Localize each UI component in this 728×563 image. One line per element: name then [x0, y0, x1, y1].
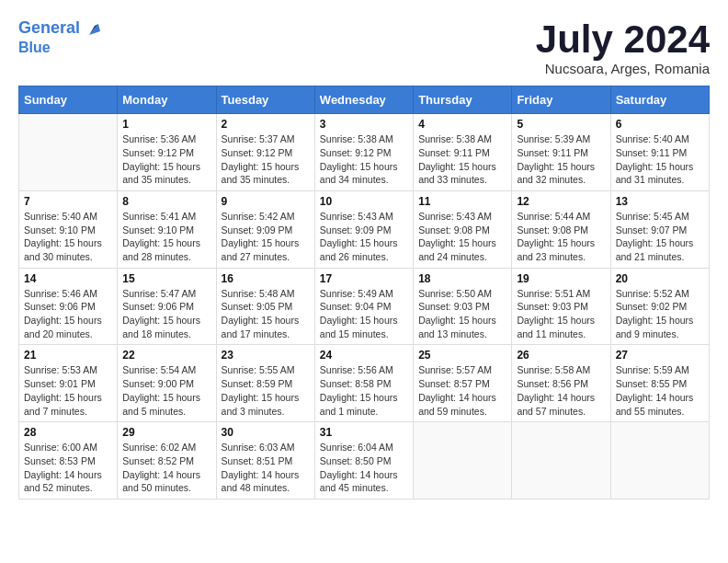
day-number: 16 [222, 272, 310, 285]
day-number: 18 [418, 272, 506, 285]
week-row-4: 21Sunrise: 5:53 AMSunset: 9:01 PMDayligh… [19, 345, 710, 422]
day-number: 27 [616, 349, 704, 362]
day-cell: 28Sunrise: 6:00 AMSunset: 8:53 PMDayligh… [19, 422, 118, 500]
day-cell: 17Sunrise: 5:49 AMSunset: 9:04 PMDayligh… [314, 268, 413, 345]
day-number: 24 [320, 349, 408, 362]
day-cell: 12Sunrise: 5:44 AMSunset: 9:08 PMDayligh… [512, 190, 610, 268]
day-number: 14 [24, 272, 112, 285]
day-cell: 26Sunrise: 5:58 AMSunset: 8:56 PMDayligh… [512, 345, 610, 422]
day-info: Sunrise: 5:54 AMSunset: 9:00 PMDaylight:… [122, 363, 210, 418]
day-info: Sunrise: 5:40 AMSunset: 9:11 PMDaylight:… [616, 132, 704, 187]
day-number: 5 [517, 118, 605, 131]
day-cell: 24Sunrise: 5:56 AMSunset: 8:58 PMDayligh… [314, 345, 413, 422]
day-info: Sunrise: 5:53 AMSunset: 9:01 PMDaylight:… [24, 363, 112, 418]
day-cell: 10Sunrise: 5:43 AMSunset: 9:09 PMDayligh… [314, 190, 413, 268]
day-number: 2 [222, 118, 310, 131]
header-sunday: Sunday [19, 86, 118, 114]
header-thursday: Thursday [414, 86, 512, 114]
day-info: Sunrise: 5:40 AMSunset: 9:10 PMDaylight:… [24, 210, 112, 264]
day-cell [610, 422, 709, 500]
header-friday: Friday [512, 86, 610, 114]
day-info: Sunrise: 5:55 AMSunset: 8:59 PMDaylight:… [222, 363, 310, 418]
day-number: 28 [24, 426, 112, 439]
day-info: Sunrise: 5:48 AMSunset: 9:05 PMDaylight:… [222, 287, 310, 341]
day-cell: 3Sunrise: 5:38 AMSunset: 9:12 PMDaylight… [314, 114, 413, 191]
day-cell [512, 422, 610, 500]
week-row-3: 14Sunrise: 5:46 AMSunset: 9:06 PMDayligh… [19, 268, 710, 345]
logo-text-general: General [18, 18, 80, 39]
day-cell: 16Sunrise: 5:48 AMSunset: 9:05 PMDayligh… [216, 268, 314, 345]
day-info: Sunrise: 6:03 AMSunset: 8:51 PMDaylight:… [222, 441, 310, 495]
week-row-5: 28Sunrise: 6:00 AMSunset: 8:53 PMDayligh… [19, 422, 710, 500]
day-info: Sunrise: 5:39 AMSunset: 9:11 PMDaylight:… [517, 132, 605, 187]
day-cell: 1Sunrise: 5:36 AMSunset: 9:12 PMDaylight… [118, 114, 216, 191]
day-cell: 21Sunrise: 5:53 AMSunset: 9:01 PMDayligh… [19, 345, 118, 422]
day-number: 3 [320, 118, 408, 131]
day-info: Sunrise: 5:36 AMSunset: 9:12 PMDaylight:… [122, 132, 210, 187]
day-number: 1 [122, 118, 210, 131]
week-row-2: 7Sunrise: 5:40 AMSunset: 9:10 PMDaylight… [19, 190, 710, 268]
location-subtitle: Nucsoara, Arges, Romania [536, 61, 710, 76]
day-info: Sunrise: 5:38 AMSunset: 9:12 PMDaylight:… [320, 132, 408, 187]
day-number: 8 [122, 195, 210, 208]
day-info: Sunrise: 5:43 AMSunset: 9:09 PMDaylight:… [320, 210, 408, 264]
day-cell: 9Sunrise: 5:42 AMSunset: 9:09 PMDaylight… [216, 190, 314, 268]
day-cell: 31Sunrise: 6:04 AMSunset: 8:50 PMDayligh… [314, 422, 413, 500]
day-info: Sunrise: 5:45 AMSunset: 9:07 PMDaylight:… [616, 210, 704, 264]
day-cell: 7Sunrise: 5:40 AMSunset: 9:10 PMDaylight… [19, 190, 118, 268]
day-number: 26 [517, 349, 605, 362]
logo-bird-icon [82, 18, 102, 39]
day-info: Sunrise: 5:47 AMSunset: 9:06 PMDaylight:… [122, 287, 210, 341]
day-number: 29 [122, 426, 210, 439]
logo: General Blue [18, 18, 102, 56]
day-cell: 5Sunrise: 5:39 AMSunset: 9:11 PMDaylight… [512, 114, 610, 191]
day-info: Sunrise: 5:59 AMSunset: 8:55 PMDaylight:… [616, 363, 704, 418]
day-info: Sunrise: 5:49 AMSunset: 9:04 PMDaylight:… [320, 287, 408, 341]
day-number: 17 [320, 272, 408, 285]
day-cell: 6Sunrise: 5:40 AMSunset: 9:11 PMDaylight… [610, 114, 709, 191]
day-info: Sunrise: 5:58 AMSunset: 8:56 PMDaylight:… [517, 363, 605, 418]
day-number: 30 [222, 426, 310, 439]
svg-marker-0 [89, 24, 100, 35]
header-monday: Monday [118, 86, 216, 114]
week-row-1: 1Sunrise: 5:36 AMSunset: 9:12 PMDaylight… [19, 114, 710, 191]
day-number: 19 [517, 272, 605, 285]
day-number: 13 [616, 195, 704, 208]
day-info: Sunrise: 6:02 AMSunset: 8:52 PMDaylight:… [122, 441, 210, 495]
day-number: 7 [24, 195, 112, 208]
day-number: 6 [616, 118, 704, 131]
day-cell: 14Sunrise: 5:46 AMSunset: 9:06 PMDayligh… [19, 268, 118, 345]
day-info: Sunrise: 5:42 AMSunset: 9:09 PMDaylight:… [222, 210, 310, 264]
day-number: 25 [418, 349, 506, 362]
day-number: 4 [418, 118, 506, 131]
page-header: General Blue July 2024 Nucsoara, Arges, … [18, 18, 710, 76]
logo-text-blue: Blue [18, 39, 102, 56]
day-cell: 25Sunrise: 5:57 AMSunset: 8:57 PMDayligh… [414, 345, 512, 422]
day-cell: 30Sunrise: 6:03 AMSunset: 8:51 PMDayligh… [216, 422, 314, 500]
day-number: 12 [517, 195, 605, 208]
calendar-header-row: SundayMondayTuesdayWednesdayThursdayFrid… [19, 86, 710, 114]
header-wednesday: Wednesday [314, 86, 413, 114]
day-cell: 2Sunrise: 5:37 AMSunset: 9:12 PMDaylight… [216, 114, 314, 191]
day-cell: 20Sunrise: 5:52 AMSunset: 9:02 PMDayligh… [610, 268, 709, 345]
day-number: 9 [222, 195, 310, 208]
day-info: Sunrise: 5:44 AMSunset: 9:08 PMDaylight:… [517, 210, 605, 264]
day-cell: 23Sunrise: 5:55 AMSunset: 8:59 PMDayligh… [216, 345, 314, 422]
day-number: 23 [222, 349, 310, 362]
day-number: 15 [122, 272, 210, 285]
day-info: Sunrise: 6:04 AMSunset: 8:50 PMDaylight:… [320, 441, 408, 495]
day-number: 31 [320, 426, 408, 439]
day-number: 10 [320, 195, 408, 208]
day-number: 22 [122, 349, 210, 362]
day-cell: 29Sunrise: 6:02 AMSunset: 8:52 PMDayligh… [118, 422, 216, 500]
day-cell: 22Sunrise: 5:54 AMSunset: 9:00 PMDayligh… [118, 345, 216, 422]
day-info: Sunrise: 5:50 AMSunset: 9:03 PMDaylight:… [418, 287, 506, 341]
day-cell: 13Sunrise: 5:45 AMSunset: 9:07 PMDayligh… [610, 190, 709, 268]
header-tuesday: Tuesday [216, 86, 314, 114]
day-cell [19, 114, 118, 191]
day-info: Sunrise: 5:56 AMSunset: 8:58 PMDaylight:… [320, 363, 408, 418]
day-info: Sunrise: 5:46 AMSunset: 9:06 PMDaylight:… [24, 287, 112, 341]
day-number: 20 [616, 272, 704, 285]
day-cell [414, 422, 512, 500]
title-area: July 2024 Nucsoara, Arges, Romania [536, 18, 710, 76]
